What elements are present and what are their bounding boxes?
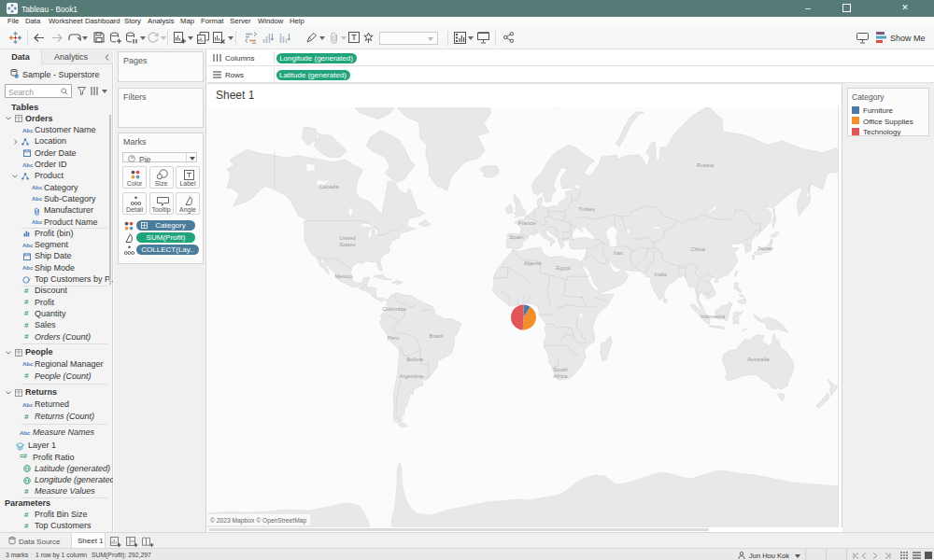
svg-text:Algeria: Algeria bbox=[524, 260, 542, 266]
svg-text:Canada: Canada bbox=[318, 184, 339, 189]
svg-text:Indonesia: Indonesia bbox=[700, 314, 726, 319]
svg-text:France: France bbox=[518, 220, 536, 226]
svg-text:Russia: Russia bbox=[697, 162, 715, 168]
svg-text:Turkey: Turkey bbox=[578, 206, 595, 212]
svg-text:Spain: Spain bbox=[509, 234, 523, 240]
svg-text:UnitedStates: UnitedStates bbox=[339, 235, 355, 247]
svg-text:Brazil: Brazil bbox=[429, 333, 443, 339]
svg-text:Mexico: Mexico bbox=[334, 273, 353, 279]
svg-text:Argentina: Argentina bbox=[399, 373, 423, 379]
svg-text:China: China bbox=[690, 246, 705, 252]
svg-text:SouthAfrica: SouthAfrica bbox=[553, 367, 568, 379]
svg-text:Peru: Peru bbox=[388, 335, 400, 341]
svg-text:Bolivia: Bolivia bbox=[406, 357, 423, 362]
svg-text:Iran: Iran bbox=[614, 250, 623, 256]
svg-text:India: India bbox=[654, 272, 667, 277]
svg-text:Australia: Australia bbox=[747, 357, 770, 362]
svg-text:Egypt: Egypt bbox=[556, 265, 571, 271]
svg-text:Colombia: Colombia bbox=[382, 306, 406, 312]
svg-text:Japan: Japan bbox=[757, 245, 772, 251]
